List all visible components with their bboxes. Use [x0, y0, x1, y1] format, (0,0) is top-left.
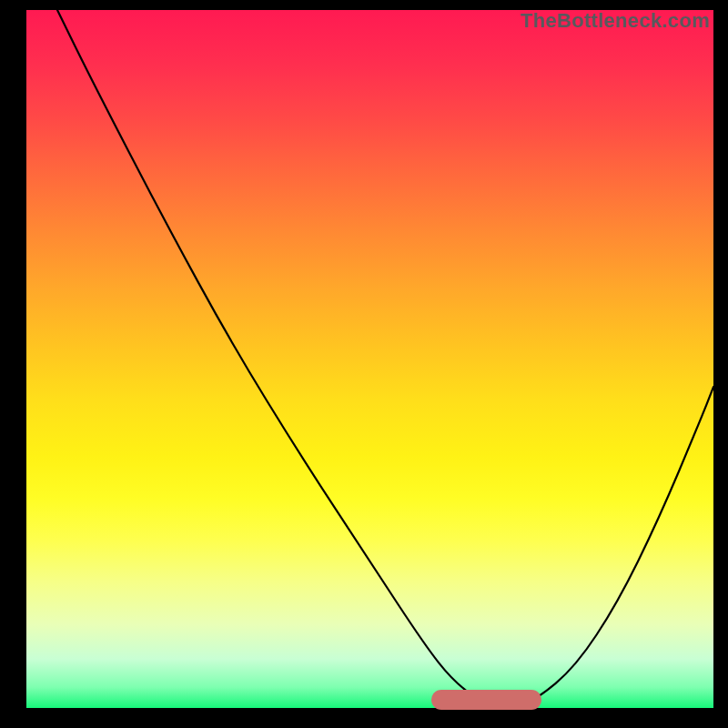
bottleneck-curve-path [57, 10, 713, 706]
highlight-band [431, 690, 541, 710]
chart-frame: TheBottleneck.com [0, 0, 728, 728]
curve-svg [26, 10, 713, 708]
